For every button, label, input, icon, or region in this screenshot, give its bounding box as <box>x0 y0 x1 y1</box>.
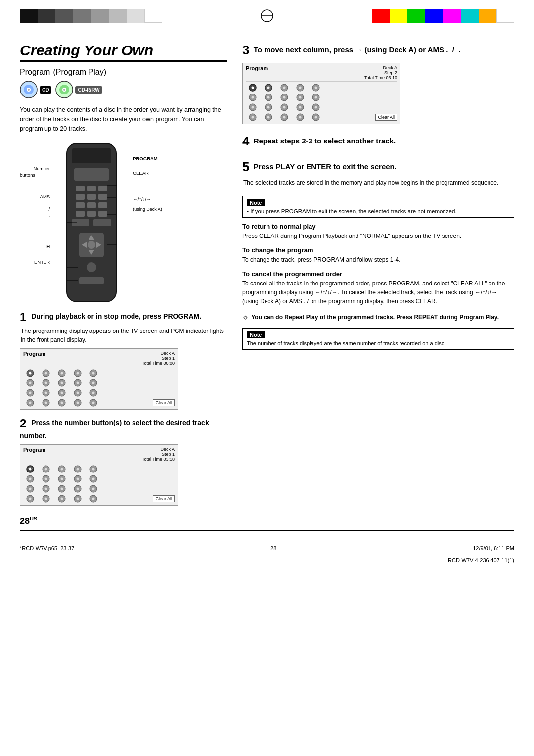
svg-point-130 <box>299 86 302 89</box>
svg-point-76 <box>45 402 47 404</box>
svg-point-82 <box>92 402 95 404</box>
program-rows-3: Clear All <box>246 83 397 122</box>
svg-rect-14 <box>76 186 85 191</box>
svg-point-33 <box>88 241 95 249</box>
step-info-2: Deck A Step 1 Total Time 03:18 <box>142 447 175 462</box>
program-row: Clear All <box>246 113 397 122</box>
track-icon <box>87 474 100 483</box>
clear-all-button-1[interactable]: Clear All <box>153 399 175 406</box>
label-enter: ENTER <box>20 259 50 265</box>
step-5-num: 5 <box>242 159 249 174</box>
color-bar-item <box>425 9 443 23</box>
remote-svg <box>52 141 131 309</box>
svg-rect-13 <box>74 168 109 181</box>
page-subtitle: Program (Program Play) <box>20 65 227 78</box>
svg-point-116 <box>45 497 47 500</box>
track-icon <box>309 103 323 112</box>
svg-point-90 <box>77 468 79 470</box>
svg-point-136 <box>267 96 270 98</box>
svg-point-58 <box>61 382 63 384</box>
cdrw-label: CD-R/RW <box>75 86 102 94</box>
clear-all-button-2[interactable]: Clear All <box>153 495 175 502</box>
track-icon <box>277 113 291 122</box>
svg-point-86 <box>45 468 47 470</box>
track-icon <box>87 388 100 397</box>
clear-all-button-3[interactable]: Clear All <box>375 114 397 121</box>
track-icon <box>87 494 100 503</box>
track-icon <box>246 93 260 102</box>
cd-disc-icon <box>20 81 38 98</box>
disc-icons: CD CD-R/RW <box>20 81 227 98</box>
color-bar-item <box>91 9 109 23</box>
svg-point-142 <box>315 96 317 98</box>
track-icon-active <box>23 465 37 473</box>
prog-label-2: Program <box>23 447 45 462</box>
svg-point-98 <box>61 477 63 480</box>
color-bar-item <box>73 9 91 23</box>
svg-point-138 <box>283 96 286 98</box>
track-icon <box>87 398 100 407</box>
svg-point-134 <box>252 96 254 98</box>
track-icon <box>71 484 85 493</box>
track-icon <box>87 484 100 493</box>
svg-point-84 <box>29 468 32 470</box>
step-4: 4 Repeat steps 2-3 to select another tra… <box>242 133 514 150</box>
svg-point-52 <box>92 372 95 375</box>
svg-point-120 <box>77 497 79 500</box>
track-icon <box>71 494 85 503</box>
svg-point-144 <box>252 106 254 108</box>
color-bar-item <box>461 9 479 23</box>
program-display-2-header: Program Deck A Step 1 Total Time 03:18 <box>23 447 175 463</box>
step-5: 5 Press PLAY or ENTER to exit the screen… <box>242 159 514 188</box>
svg-point-110 <box>77 487 79 490</box>
note-box-1: Note • If you press PROGRAM to exit the … <box>242 196 514 218</box>
prog-label-1: Program <box>23 351 45 366</box>
track-icon <box>246 103 260 112</box>
track-icon <box>23 484 37 493</box>
return-normal-body: Press CLEAR during Program Playback and … <box>242 232 514 240</box>
track-icon-selected <box>262 83 275 92</box>
sub-cancel-order: To cancel the programmed order To cancel… <box>242 270 514 306</box>
track-icon <box>262 113 275 122</box>
svg-rect-35 <box>79 277 104 284</box>
color-bar-right <box>372 9 514 23</box>
track-icon <box>293 103 307 112</box>
page-suffix: US <box>30 516 37 521</box>
track-icon <box>71 398 85 407</box>
color-bar-item <box>390 9 407 23</box>
svg-rect-22 <box>98 202 107 208</box>
svg-point-10 <box>63 89 65 91</box>
color-bar-item <box>496 9 514 23</box>
track-icon <box>277 83 291 92</box>
track-icon <box>71 369 85 378</box>
svg-point-78 <box>61 402 63 404</box>
svg-rect-15 <box>87 186 96 191</box>
track-icon <box>55 378 69 387</box>
track-icon <box>293 93 307 102</box>
step-3-title: To move next column, press → (using Deck… <box>254 46 461 54</box>
remote-illustration: Number buttons AMS . / . H ENTER <box>20 141 227 309</box>
svg-point-162 <box>315 116 317 118</box>
svg-point-74 <box>29 402 32 404</box>
program-row <box>23 474 175 483</box>
cancel-order-body: To cancel all the tracks in the programm… <box>242 279 514 306</box>
program-row <box>23 465 175 473</box>
track-icon <box>55 484 69 493</box>
label-number-buttons: Number buttons <box>20 166 50 178</box>
svg-point-150 <box>299 106 302 108</box>
cd-icon-group: CD <box>20 81 51 98</box>
footer-center: 28 <box>270 545 276 551</box>
program-row <box>23 369 175 378</box>
footer-left: *RCD-W7V.p65_23-37 <box>20 545 74 551</box>
color-bar-item <box>372 9 390 23</box>
svg-point-56 <box>45 382 47 384</box>
color-bar-item <box>144 9 162 23</box>
svg-point-92 <box>92 468 95 470</box>
intro-text: You can play the contents of a disc in t… <box>20 105 227 133</box>
svg-rect-16 <box>98 186 107 191</box>
color-bar-item <box>20 9 38 23</box>
page-title: Creating Your Own <box>20 42 227 58</box>
main-content: Creating Your Own Program (Program Play)… <box>0 32 534 526</box>
svg-point-128 <box>283 86 286 89</box>
page-number: 28US <box>20 516 37 526</box>
